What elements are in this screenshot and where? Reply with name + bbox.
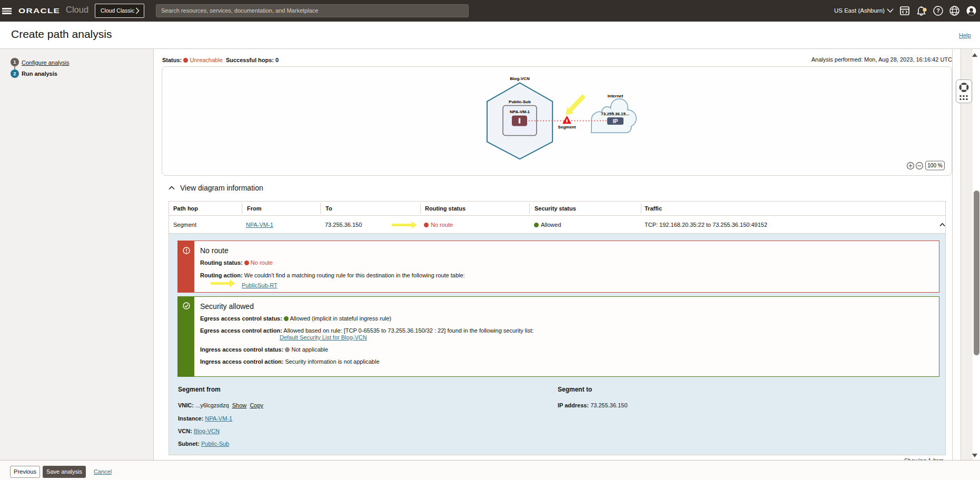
svg-text:73.255.36.15...: 73.255.36.15... <box>601 112 629 116</box>
svg-text:Internet: Internet <box>608 94 623 98</box>
svg-text:NPA-VM-1: NPA-VM-1 <box>510 109 530 114</box>
svg-text:?: ? <box>936 8 939 14</box>
svg-text:Public-Sub: Public-Sub <box>509 99 531 104</box>
svg-text:100 %: 100 % <box>927 163 942 168</box>
svg-text:Blog-VCN: Blog-VCN <box>510 76 530 81</box>
svg-text:Segment: Segment <box>558 125 576 129</box>
svg-text:IP: IP <box>613 118 618 124</box>
